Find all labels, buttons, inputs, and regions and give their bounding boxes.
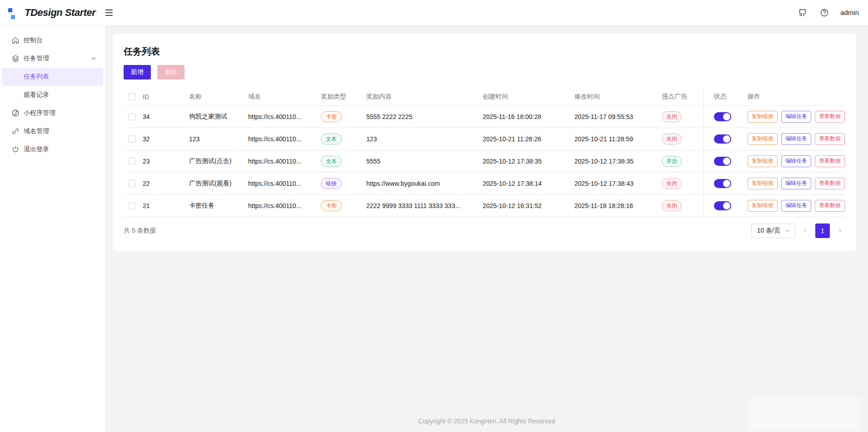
copyright-text: Copyright © 2025 KongHen. All Rights Res… <box>105 417 868 432</box>
view-data-button[interactable]: 查看数据 <box>815 155 845 167</box>
power-icon <box>11 145 20 154</box>
sidebar-item-miniprogram-management[interactable]: 小程序管理 <box>2 104 103 122</box>
sidebar-item-domain-management[interactable]: 域名管理 <box>2 122 103 140</box>
sidebar-item-label: 控制台 <box>24 36 43 45</box>
edit-task-button[interactable]: 编辑任务 <box>781 155 811 167</box>
sidebar-item-watch-records[interactable]: 观看记录 <box>2 86 103 104</box>
reward-type-tag: 文本 <box>321 156 342 167</box>
add-button[interactable]: 新增 <box>124 65 151 79</box>
delete-button[interactable]: 删除 <box>157 65 185 79</box>
app-header: TDesign Starter admin <box>0 0 868 25</box>
table-row: 21 卡密任务 https://cs.400110... 卡密 2222 999… <box>124 194 845 217</box>
cell-created-time: 2025-10-21 11:26:26 <box>483 128 574 150</box>
reward-type-tag: 文本 <box>321 134 342 144</box>
column-header-name: 名称 <box>189 88 248 105</box>
status-toggle[interactable] <box>714 112 731 121</box>
table-row: 23 广告测试(点击) https://cs.400110... 文本 5555… <box>124 150 845 172</box>
sidebar-item-task-management[interactable]: 任务管理 <box>2 50 103 68</box>
edit-task-button[interactable]: 编辑任务 <box>781 111 811 123</box>
status-toggle[interactable] <box>714 157 731 166</box>
cell-id: 21 <box>143 194 189 217</box>
cell-id: 22 <box>143 172 189 194</box>
cell-created-time: 2025-10-12 16:31:52 <box>483 194 574 217</box>
cell-modified-time: 2025-10-12 17:38:43 <box>574 172 662 194</box>
page-number-button[interactable]: 1 <box>815 223 830 238</box>
copy-link-button[interactable]: 复制链接 <box>748 178 778 189</box>
copy-link-button[interactable]: 复制链接 <box>748 133 778 145</box>
status-toggle[interactable] <box>714 134 731 144</box>
copy-link-button[interactable]: 复制链接 <box>748 155 778 167</box>
force-ad-badge: 关闭 <box>662 200 682 211</box>
sidebar-item-label: 小程序管理 <box>24 109 55 117</box>
edit-task-button[interactable]: 编辑任务 <box>781 200 811 212</box>
cell-name: 广告测试(观看) <box>189 172 248 194</box>
select-all-checkbox[interactable] <box>128 93 135 100</box>
cell-modified-time: 2025-11-18 18:28:16 <box>574 194 662 217</box>
view-data-button[interactable]: 查看数据 <box>815 178 845 189</box>
sidebar-item-logout[interactable]: 退出登录 <box>2 140 103 159</box>
reward-type-tag: 卡密 <box>321 111 342 122</box>
cell-reward-content: 2222 9999 3333 1111 3333 333... <box>366 194 483 217</box>
cell-id: 34 <box>143 105 189 128</box>
table-row: 32 123 https://cs.400110... 文本 123 2025-… <box>124 128 845 150</box>
chevron-down-icon <box>785 228 790 233</box>
chevron-right-icon <box>837 228 843 233</box>
row-checkbox[interactable] <box>128 180 135 187</box>
help-icon[interactable] <box>819 8 829 18</box>
sidebar-item-label: 任务列表 <box>24 73 49 81</box>
chevron-left-icon <box>803 228 808 233</box>
status-toggle[interactable] <box>714 179 731 188</box>
table-row: 22 广告测试(观看) https://cs.400110... 链接 http… <box>124 172 845 194</box>
chevron-up-icon <box>90 55 97 62</box>
column-header-id: ID <box>143 88 189 105</box>
sidebar-item-console[interactable]: 控制台 <box>2 31 103 50</box>
force-ad-badge: 关闭 <box>662 178 682 189</box>
row-checkbox[interactable] <box>128 158 135 165</box>
collapse-menu-icon[interactable] <box>105 10 113 16</box>
row-checkbox[interactable] <box>128 202 135 209</box>
cell-reward-content: 5555 2222 2225 <box>366 105 483 128</box>
copy-link-button[interactable]: 复制链接 <box>748 111 778 123</box>
force-ad-badge: 关闭 <box>662 134 682 144</box>
cell-modified-time: 2025-10-21 11:28:59 <box>574 128 662 150</box>
user-menu[interactable]: admin <box>840 9 859 16</box>
edit-task-button[interactable]: 编辑任务 <box>781 133 811 145</box>
view-data-button[interactable]: 查看数据 <box>815 111 845 123</box>
row-checkbox[interactable] <box>128 135 135 143</box>
column-header-status: 状态 <box>703 88 738 105</box>
cell-domain: https://cs.400110... <box>248 172 321 194</box>
page-size-select[interactable]: 10 条/页 <box>751 223 795 238</box>
view-data-button[interactable]: 查看数据 <box>815 133 845 145</box>
cell-reward-content: https://www.bygoukai.com <box>366 172 483 194</box>
sidebar-item-task-list[interactable]: 任务列表 <box>2 68 103 86</box>
pagination-bar: 共 5 条数据 10 条/页 1 <box>124 223 845 238</box>
sidebar-item-label: 观看记录 <box>24 91 49 99</box>
task-table: ID 名称 域名 奖励类型 奖励内容 创建时间 修改时间 强点广告 状态 操作 <box>124 88 845 217</box>
cell-id: 23 <box>143 150 189 172</box>
copy-link-button[interactable]: 复制链接 <box>748 200 778 212</box>
edit-task-button[interactable]: 编辑任务 <box>781 178 811 189</box>
view-data-button[interactable]: 查看数据 <box>815 200 845 212</box>
column-header-domain: 域名 <box>248 88 321 105</box>
status-toggle[interactable] <box>714 201 731 210</box>
cell-modified-time: 2025-10-12 17:38:35 <box>574 150 662 172</box>
miniprogram-icon <box>11 109 20 117</box>
sidebar: 控制台 任务管理 任务列表 观看记录 <box>0 25 105 432</box>
link-icon <box>11 127 20 135</box>
total-count-text: 共 5 条数据 <box>124 227 156 235</box>
cell-domain: https://cs.400110... <box>248 128 321 150</box>
sidebar-item-label: 任务管理 <box>24 55 49 63</box>
cell-modified-time: 2025-11-17 09:55:53 <box>574 105 662 128</box>
cell-domain: https://cs.400110... <box>248 105 321 128</box>
github-icon[interactable] <box>798 8 808 18</box>
column-header-modified: 修改时间 <box>574 88 662 105</box>
row-checkbox[interactable] <box>128 113 135 120</box>
prev-page-button[interactable] <box>800 223 811 238</box>
cell-created-time: 2025-10-12 17:38:35 <box>483 150 574 172</box>
app-logo-title: TDesign Starter <box>25 7 95 19</box>
force-ad-badge: 开启 <box>662 156 682 167</box>
cell-created-time: 2025-11-16 18:00:28 <box>483 105 574 128</box>
next-page-button[interactable] <box>834 223 845 238</box>
sidebar-item-label: 退出登录 <box>24 145 49 154</box>
logo-icon <box>8 6 18 19</box>
